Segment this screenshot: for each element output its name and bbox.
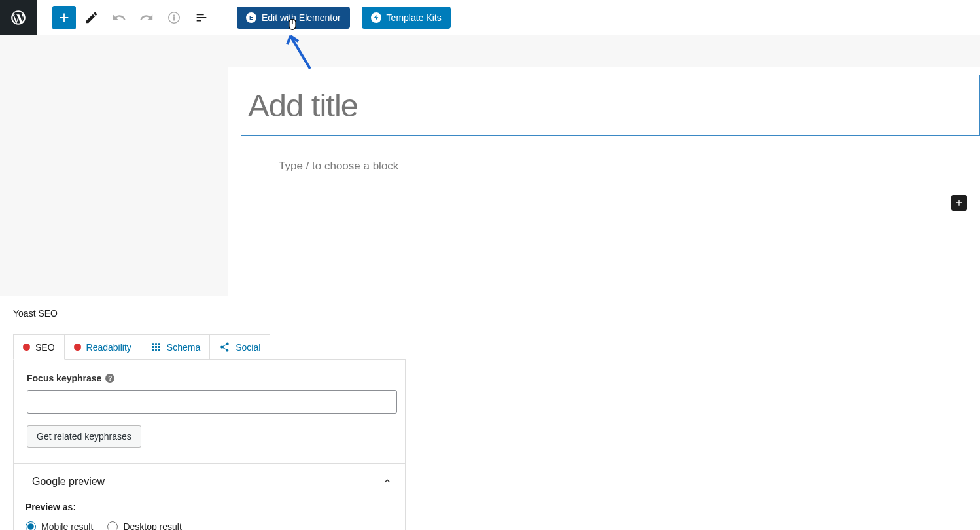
desktop-result-radio[interactable] [107, 521, 118, 530]
yoast-seo-section: Yoast SEO SEO Readability Schema Social … [0, 296, 980, 530]
post-title-input[interactable] [248, 87, 979, 124]
seo-status-dot-icon [23, 344, 30, 351]
tab-readability[interactable]: Readability [65, 334, 141, 360]
template-kits-label: Template Kits [387, 12, 442, 23]
preview-radio-group: Mobile result Desktop result [26, 521, 392, 530]
mouse-cursor-icon [287, 18, 298, 33]
focus-keyphrase-label-row: Focus keyphrase ? [27, 373, 392, 383]
tab-schema-label: Schema [167, 342, 200, 353]
template-kits-icon [371, 12, 381, 23]
tab-social[interactable]: Social [210, 334, 270, 360]
add-block-button[interactable] [52, 6, 76, 29]
help-icon[interactable]: ? [105, 374, 114, 383]
tab-seo[interactable]: SEO [13, 334, 65, 360]
google-preview-section: Google preview Preview as: Mobile result… [14, 463, 405, 530]
focus-keyphrase-input[interactable] [27, 390, 397, 414]
title-input-wrapper [241, 75, 980, 136]
editor-toolbar: E Edit with Elementor Template Kits [0, 0, 980, 35]
mobile-result-option[interactable]: Mobile result [26, 521, 93, 530]
block-type-hint[interactable]: Type / to choose a block [279, 160, 980, 173]
tab-readability-label: Readability [86, 342, 131, 353]
tab-seo-label: SEO [35, 342, 55, 353]
add-block-inline-button[interactable] [951, 195, 967, 211]
undo-button[interactable] [107, 6, 131, 29]
editor-area: Type / to choose a block [0, 35, 980, 296]
tab-schema[interactable]: Schema [141, 334, 210, 360]
preview-as-label: Preview as: [26, 502, 392, 512]
schema-grid-icon [150, 342, 162, 353]
desktop-result-label: Desktop result [123, 521, 181, 530]
info-button[interactable] [162, 6, 186, 29]
yoast-seo-panel: Focus keyphrase ? Get related keyphrases… [13, 359, 406, 530]
edit-tool-button[interactable] [80, 6, 103, 29]
elementor-icon: E [246, 12, 256, 23]
readability-status-dot-icon [74, 344, 81, 351]
yoast-tabs: SEO Readability Schema Social [13, 334, 967, 360]
focus-keyphrase-label: Focus keyphrase [27, 373, 101, 383]
wordpress-logo[interactable] [0, 0, 37, 35]
editor-canvas: Type / to choose a block [228, 67, 980, 296]
document-outline-button[interactable] [190, 6, 213, 29]
mobile-result-radio[interactable] [26, 521, 36, 530]
edit-with-elementor-label: Edit with Elementor [262, 12, 341, 23]
mobile-result-label: Mobile result [41, 521, 93, 530]
get-related-keyphrases-button[interactable]: Get related keyphrases [27, 425, 141, 448]
google-preview-title: Google preview [32, 476, 105, 487]
share-icon [219, 342, 230, 353]
yoast-section-title: Yoast SEO [13, 308, 967, 319]
google-preview-header[interactable]: Google preview [32, 476, 392, 487]
template-kits-button[interactable]: Template Kits [362, 7, 451, 29]
desktop-result-option[interactable]: Desktop result [107, 521, 181, 530]
annotation-arrow-icon [285, 33, 318, 72]
redo-button[interactable] [135, 6, 158, 29]
chevron-up-icon [383, 476, 392, 487]
tab-social-label: Social [236, 342, 260, 353]
